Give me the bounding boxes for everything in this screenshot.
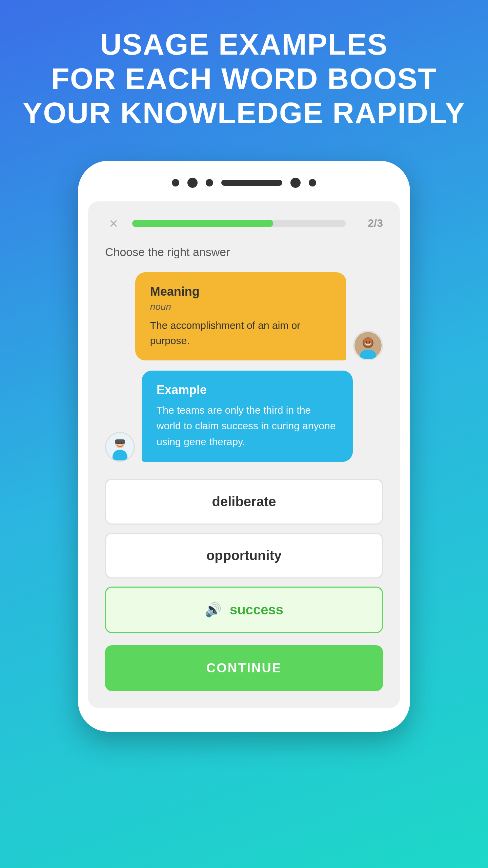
svg-point-11 [121,442,122,444]
meaning-bubble-wrap: Meaning noun The accomplishment of an ai… [105,272,383,360]
svg-point-10 [118,442,119,444]
svg-rect-9 [115,439,125,444]
headline: USAGE EXAMPLES FOR EACH WORD BOOST YOUR … [2,27,486,130]
choice-success-label: success [230,602,283,617]
phone-mockup: × 2/3 Choose the right answer Meaning no… [78,161,410,732]
meaning-bubble-text: The accomplishment of an aim or purpose. [150,318,331,348]
phone-pill [221,180,282,186]
progress-bar-background [132,220,346,227]
example-bubble: Example The teams are only the third in … [142,371,353,462]
headline-line3: YOUR KNOWLEDGE RAPIDLY [22,96,465,130]
quiz-area: × 2/3 Choose the right answer Meaning no… [88,201,400,708]
progress-label: 2/3 [356,217,383,230]
example-bubble-text: The teams are only the third in the worl… [157,402,338,450]
meaning-bubble-title: Meaning [150,284,331,299]
choice-success-inner: 🔊 success [126,602,362,618]
choice-opportunity[interactable]: opportunity [105,533,383,578]
progress-bar-fill [132,220,273,227]
phone-dot-4 [290,178,301,188]
meaning-bubble: Meaning noun The accomplishment of an ai… [135,272,346,360]
svg-point-4 [366,341,367,343]
choice-success[interactable]: 🔊 success [105,587,383,633]
choice-deliberate-label: deliberate [212,494,276,509]
avatar-right [353,331,383,360]
phone-top-bar [78,178,410,188]
phone-dot-1 [172,179,179,186]
phone-dot-3 [206,179,213,186]
phone-dot-2 [187,178,198,188]
chat-area: Meaning noun The accomplishment of an ai… [105,272,383,462]
close-button[interactable]: × [105,215,122,232]
example-bubble-title: Example [157,383,338,397]
continue-button[interactable]: CONTINUE [105,645,383,691]
quiz-instruction: Choose the right answer [105,245,383,259]
svg-point-5 [369,341,370,343]
example-bubble-wrap: Example The teams are only the third in … [105,371,383,462]
choice-deliberate[interactable]: deliberate [105,479,383,525]
headline-line1: USAGE EXAMPLES [22,27,465,61]
choices-area: deliberate opportunity 🔊 success [105,479,383,633]
meaning-bubble-pos: noun [150,301,331,312]
headline-line2: FOR EACH WORD BOOST [22,61,465,96]
phone-dot-5 [309,179,316,186]
choice-opportunity-label: opportunity [206,548,282,563]
quiz-header: × 2/3 [105,215,383,232]
sound-icon[interactable]: 🔊 [205,602,222,618]
avatar-left [105,432,135,462]
